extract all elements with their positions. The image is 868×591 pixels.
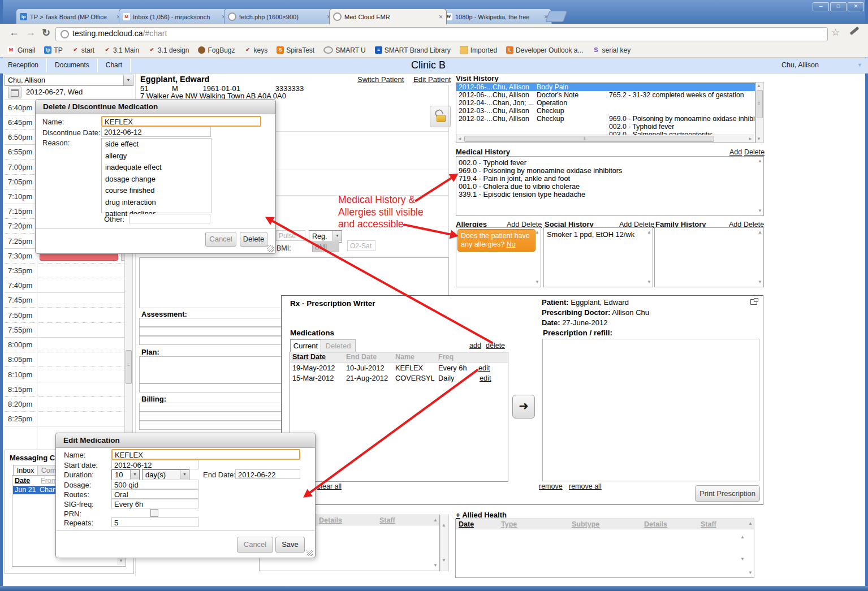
browser-tab-wikipedia[interactable]: W 1080p - Wikipedia, the free × <box>441 8 552 24</box>
schedule-slot[interactable]: 8:10pm <box>5 366 124 382</box>
address-bar[interactable] <box>55 27 828 41</box>
medical-history-item[interactable]: 719.4 - Pain in joint, ankle and foot <box>459 174 570 183</box>
browser-tab-fetch[interactable]: fetch.php (1600×900) × <box>224 8 335 24</box>
reason-option[interactable]: side effect <box>102 139 211 150</box>
start-date-field[interactable]: 2012-06-12 <box>111 460 198 469</box>
cancel-button[interactable]: Cancel <box>205 232 236 247</box>
column-header-end-date[interactable]: End Date <box>346 353 377 361</box>
allied-health-table[interactable]: Date Type Subtype Details Staff ▲ ▼ ▲ ▼ <box>455 519 754 578</box>
scroll-up-icon[interactable]: ▲ <box>758 229 762 236</box>
column-header-freq[interactable]: Freq <box>438 353 454 361</box>
visit-history-vscrollbar[interactable]: ▲ ▼ ≡ <box>755 82 764 143</box>
bookmark-start[interactable]: ✔start <box>72 46 94 54</box>
messaging-tab-inbox[interactable]: Inbox <box>13 465 38 476</box>
schedule-slot[interactable]: 7:50pm <box>5 307 124 323</box>
medical-history-list[interactable]: 002.0 - Typhoid fever 969.0 - Poisoning … <box>456 156 764 216</box>
logged-in-user[interactable]: Chu, Allison <box>781 61 819 69</box>
medications-tab-deleted[interactable]: Deleted <box>321 339 356 352</box>
visit-row-selected[interactable]: 2012-06-... Chu, Allison Body Pain <box>456 83 755 91</box>
bookmark-smartu[interactable]: SMART U <box>323 46 366 54</box>
forward-icon[interactable]: → <box>25 27 36 38</box>
remove-link[interactable]: remove <box>539 482 563 490</box>
scroll-down-icon[interactable]: ▼ <box>535 279 539 286</box>
allergies-answer-link[interactable]: No <box>507 240 516 248</box>
bookmark-31design[interactable]: ✔3.1 design <box>148 46 189 54</box>
column-header-date[interactable]: Date <box>459 520 474 528</box>
column-header-start-date[interactable]: Start Date <box>292 353 326 361</box>
bookmark-31main[interactable]: ✔3.1 Main <box>103 46 139 54</box>
bookmark-fogbugz[interactable]: FogBugz <box>198 46 235 54</box>
schedule-slot[interactable]: 7:55pm <box>5 322 124 338</box>
bookmark-tp[interactable]: tpTP <box>44 46 62 54</box>
scroll-down-icon[interactable]: ▼ <box>647 279 651 286</box>
o2sat-field[interactable]: O2-Sat <box>347 240 375 251</box>
reason-option[interactable]: drug interaction <box>102 197 211 209</box>
other-reason-field[interactable] <box>129 214 210 223</box>
sig-freq-field[interactable]: Every 6h <box>111 499 198 508</box>
nav-tab-documents[interactable]: Documents <box>47 58 98 72</box>
medical-history-item[interactable]: 969.0 - Poisoning by monoamine oxidase i… <box>459 166 623 175</box>
scroll-up-icon[interactable]: ▲ <box>758 158 762 165</box>
back-icon[interactable]: ← <box>9 27 19 38</box>
scroll-up-icon[interactable]: ▲ <box>748 520 753 527</box>
scroll-down-icon[interactable]: ▼ <box>758 279 762 286</box>
medication-delete-link[interactable]: delete <box>486 342 505 350</box>
calendar-icon[interactable] <box>8 87 21 98</box>
medical-history-item[interactable]: 002.0 - Typhoid fever <box>459 158 526 167</box>
scroll-down-icon[interactable]: ▼ <box>433 562 438 569</box>
med-edit-link[interactable]: edit <box>480 374 491 382</box>
messaging-column-from[interactable]: From <box>41 477 57 485</box>
column-header-type[interactable]: Type <box>501 520 517 528</box>
unlock-icon[interactable] <box>430 106 451 127</box>
bookmark-smart-brand[interactable]: ≡SMART Brand Library <box>375 46 451 54</box>
scroll-up-icon[interactable]: ▲ <box>647 229 651 236</box>
maximize-button[interactable]: □ <box>830 2 847 11</box>
social-history-item[interactable]: Smoker 1 ppd, EtOH 12/wk <box>547 230 634 239</box>
reason-option[interactable]: dosage change <box>102 174 211 186</box>
bookmark-outlook[interactable]: LDeveloper Outlook a... <box>506 46 583 54</box>
schedule-slot[interactable]: 8:15pm <box>5 382 124 397</box>
delete-button[interactable]: Delete <box>240 232 267 247</box>
schedule-slot[interactable]: 7:40pm <box>5 278 124 293</box>
bookmark-keys[interactable]: ✔keys <box>244 46 267 54</box>
encounter-outer-scrollbar[interactable]: ▲ ▼ <box>441 515 449 571</box>
medical-history-item[interactable]: 001.0 - Cholera due to vibrio cholerae <box>459 182 580 191</box>
visit-row[interactable]: 2012-06-... Chu, Allison Doctor's Note 7… <box>456 91 755 99</box>
dialog-title[interactable]: Edit Medication <box>56 433 315 448</box>
scroll-up-icon[interactable]: ▲ <box>535 229 539 236</box>
bookmark-star-icon[interactable]: ☆ <box>831 27 840 38</box>
visit-row[interactable]: 2012-03-... Chu, Allison Checkup <box>456 107 755 115</box>
reason-option[interactable]: allergy <box>102 150 211 162</box>
allergies-list[interactable]: Does the patient have any allergies? No … <box>456 227 541 287</box>
visit-row[interactable]: 2012-02-... Chu, Allison Checkup 969.0 -… <box>456 115 755 123</box>
scroll-down-icon[interactable]: ▼ <box>740 556 745 563</box>
browser-tab-taskboard[interactable]: tp TP > Task Board (MP Office × <box>16 8 124 24</box>
medication-add-link[interactable]: add <box>469 342 481 350</box>
url-text[interactable]: testing.medcloud.ca/#chart <box>72 29 167 38</box>
pulse-type-select[interactable]: Reg. ▼ <box>309 230 342 243</box>
allied-health-expand-icon[interactable]: + <box>456 511 460 519</box>
visit-history-list[interactable]: 2012-06-... Chu, Allison Body Pain 2012-… <box>456 82 755 143</box>
column-header-staff[interactable]: Staff <box>701 520 716 528</box>
medication-name-field[interactable]: KEFLEX <box>101 116 261 127</box>
bookmark-spiratest[interactable]: SSpiraTest <box>277 46 314 54</box>
medical-history-delete-link[interactable]: Delete <box>744 148 765 156</box>
schedule-slot[interactable]: 7:45pm <box>5 292 124 308</box>
cancel-button[interactable]: Cancel <box>237 537 273 553</box>
medical-history-add-link[interactable]: Add <box>729 148 742 156</box>
bookmark-imported-folder[interactable]: Imported <box>460 46 497 54</box>
minimize-button[interactable]: ─ <box>813 2 829 11</box>
prescription-textarea[interactable] <box>542 339 759 481</box>
scroll-up-icon[interactable]: ▲ <box>433 517 438 524</box>
medical-history-item[interactable]: 339.1 - Episodic tension type headache <box>459 190 585 199</box>
medications-tab-current[interactable]: Current <box>290 339 321 352</box>
schedule-slot[interactable]: 8:20pm <box>5 396 124 412</box>
bookmark-gmail[interactable]: MGmail <box>7 46 35 54</box>
switch-patient-link[interactable]: Switch Patient <box>357 75 404 84</box>
resize-grip[interactable] <box>267 245 274 252</box>
reason-option[interactable]: course finished <box>102 185 211 197</box>
provider-dropdown-icon[interactable]: ▼ <box>123 75 133 85</box>
family-history-list[interactable]: ▲ ▼ <box>654 227 764 287</box>
pulse-type-dropdown-icon[interactable]: ▼ <box>332 231 342 241</box>
schedule-slot[interactable]: 8:00pm <box>5 337 124 352</box>
